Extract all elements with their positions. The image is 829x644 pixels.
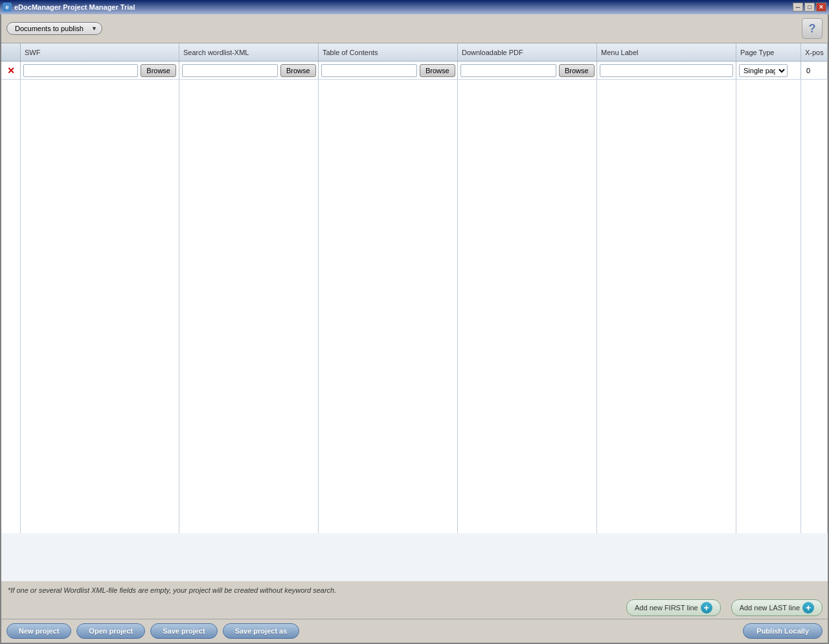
app-title: eDocManager Project Manager Trial [14, 3, 135, 11]
bottom-buttons: New project Open project Save project Sa… [1, 619, 828, 643]
save-project-button[interactable]: Save project [150, 623, 217, 639]
footer-note-text: *If one or several Wordlist XML-file fie… [8, 586, 336, 594]
delete-cell: ✕ [1, 62, 21, 79]
search-input[interactable] [182, 64, 278, 77]
empty-col-delete [1, 80, 21, 533]
search-cell: Browse [179, 62, 319, 79]
col-header-pdf: Downloadable PDF [458, 43, 597, 61]
save-project-as-button[interactable]: Save project as [223, 623, 300, 639]
menu-cell [597, 62, 736, 79]
xpos-value: 0 [804, 65, 813, 76]
plus-icon-last: + [802, 602, 814, 614]
swf-input[interactable] [23, 64, 138, 77]
pdf-input[interactable] [460, 64, 556, 77]
empty-col-swf [21, 80, 179, 533]
add-last-line-label: Add new LAST line [740, 604, 800, 612]
table-container: SWF Search wordlist-XML Table of Content… [1, 43, 828, 581]
col-header-search: Search wordlist-XML [179, 43, 319, 61]
toc-input[interactable] [321, 64, 417, 77]
table-header: SWF Search wordlist-XML Table of Content… [1, 43, 828, 62]
col-header-xpos: X-pos [801, 43, 828, 61]
empty-col-pdf [458, 80, 597, 533]
empty-col-search [179, 80, 319, 533]
open-project-button[interactable]: Open project [76, 623, 145, 639]
add-first-line-label: Add new FIRST line [635, 604, 698, 612]
table-body: ✕ Browse Browse Browse Browse [1, 62, 828, 581]
col-header-pagetype: Page Type [736, 43, 801, 61]
delete-row-button[interactable]: ✕ [7, 65, 15, 76]
pdf-browse-button[interactable]: Browse [559, 64, 595, 77]
empty-col-pagetype [736, 80, 801, 533]
documents-dropdown[interactable]: Documents to publish [6, 22, 102, 35]
search-browse-button[interactable]: Browse [280, 64, 316, 77]
title-bar: e eDocManager Project Manager Trial ─ □ … [0, 0, 829, 14]
empty-columns [1, 80, 828, 533]
pdf-cell: Browse [458, 62, 597, 79]
empty-col-menu [597, 80, 736, 533]
publish-locally-button[interactable]: Publish Locally [743, 623, 823, 639]
add-line-area: Add new FIRST line + Add new LAST line + [1, 597, 828, 619]
minimize-button[interactable]: ─ [793, 3, 803, 12]
title-bar-controls[interactable]: ─ □ ✕ [793, 3, 826, 12]
title-bar-left: e eDocManager Project Manager Trial [3, 3, 135, 12]
toolbar-left: Documents to publish ▼ [6, 22, 102, 35]
table-row: ✕ Browse Browse Browse Browse [1, 62, 828, 80]
col-header-swf: SWF [21, 43, 179, 61]
maximize-button[interactable]: □ [804, 3, 815, 12]
col-header-delete [1, 43, 21, 61]
toc-browse-button[interactable]: Browse [420, 64, 455, 77]
swf-browse-button[interactable]: Browse [141, 64, 176, 77]
toolbar: Documents to publish ▼ ? [1, 14, 828, 43]
plus-icon-first: + [701, 602, 712, 614]
help-button[interactable]: ? [802, 18, 823, 39]
xpos-cell: 0 [801, 62, 828, 79]
pagetype-cell: Single pageDouble pageCover [736, 62, 801, 79]
menu-input[interactable] [600, 64, 733, 77]
page-type-select[interactable]: Single pageDouble pageCover [739, 64, 788, 77]
app-icon: e [3, 3, 12, 12]
swf-cell: Browse [21, 62, 179, 79]
footer-note: *If one or several Wordlist XML-file fie… [1, 581, 828, 597]
add-first-line-button[interactable]: Add new FIRST line + [626, 599, 721, 616]
col-header-toc: Table of Contents [319, 43, 458, 61]
main-window: Documents to publish ▼ ? SWF Search word… [0, 14, 829, 644]
empty-col-toc [319, 80, 458, 533]
add-last-line-button[interactable]: Add new LAST line + [731, 599, 823, 616]
dropdown-container: Documents to publish ▼ [6, 22, 102, 35]
new-project-button[interactable]: New project [6, 623, 71, 639]
empty-col-xpos [801, 80, 828, 533]
toc-cell: Browse [319, 62, 458, 79]
close-button[interactable]: ✕ [816, 3, 826, 12]
col-header-menu: Menu Label [597, 43, 736, 61]
